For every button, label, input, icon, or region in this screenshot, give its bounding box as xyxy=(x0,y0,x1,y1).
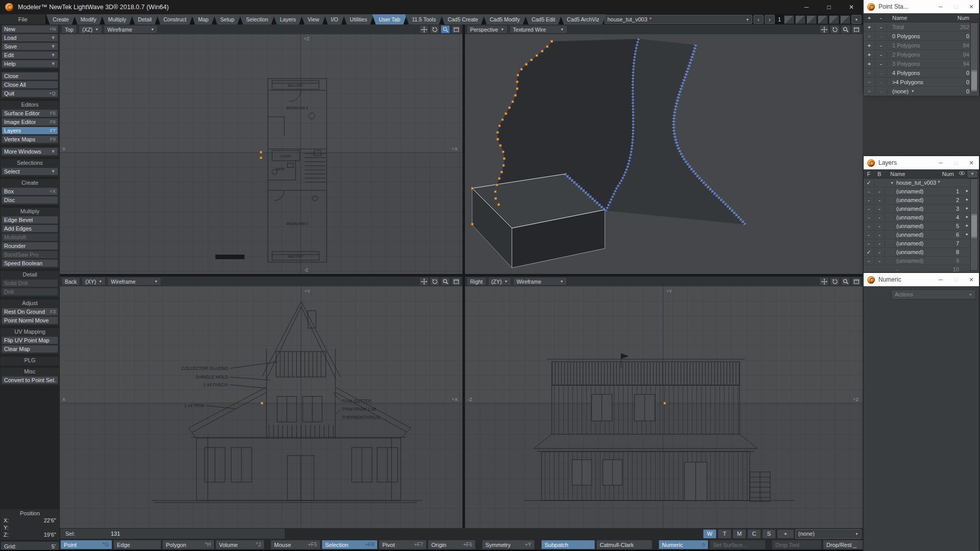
mode-m-button[interactable]: M xyxy=(732,529,746,539)
layer-row[interactable]: --(unnamed)7 xyxy=(864,239,979,248)
layer-list-dropdown[interactable]: ▼ xyxy=(851,15,862,24)
close-icon[interactable]: ✕ xyxy=(964,277,979,283)
tab-io[interactable]: I/O xyxy=(324,14,345,24)
minimize-icon[interactable]: ─ xyxy=(933,4,948,10)
catmull-clark-button[interactable]: Catmull-Clark xyxy=(596,540,652,549)
close-icon[interactable]: ✕ xyxy=(964,160,979,166)
zoom-icon[interactable] xyxy=(841,25,850,34)
tab-cad5-create[interactable]: Cad5 Create xyxy=(441,14,485,24)
tab-cad5-edit[interactable]: Cad5 Edit xyxy=(525,14,561,24)
rotate-icon[interactable] xyxy=(830,277,840,286)
stat-row-1-polygons[interactable]: +-1 Polygons84 xyxy=(864,41,979,50)
layer-row[interactable]: --(unnamed)5• xyxy=(864,222,979,231)
prev-layer-button[interactable]: ‹ xyxy=(753,15,764,24)
minimize-icon[interactable]: ─ xyxy=(933,277,948,283)
maximize-icon[interactable]: □ xyxy=(948,277,964,283)
point-mode-button[interactable]: Point^G xyxy=(60,540,112,549)
rotate-icon[interactable] xyxy=(430,277,439,286)
tab-115-tools[interactable]: 11.5 Tools xyxy=(405,14,443,24)
view-type-dropdown[interactable]: Perspective▼ xyxy=(467,25,508,34)
selection-button[interactable]: Selection+F8 xyxy=(322,540,378,549)
axis-dropdown[interactable]: (ZY)▼ xyxy=(488,277,511,286)
sidebar-item-load[interactable]: Load▼ xyxy=(2,34,58,42)
mouse-button[interactable]: Mouse+F5 xyxy=(271,540,321,549)
stat-row-4-polygons[interactable]: +-4 Polygons0 xyxy=(864,68,979,78)
layer-slot[interactable] xyxy=(806,15,817,24)
axis-dropdown[interactable]: (XY)▼ xyxy=(82,277,106,286)
sidebar-item-add-edges[interactable]: Add Edges xyxy=(2,224,58,233)
view-type-button[interactable]: Back xyxy=(61,277,80,286)
mode-t-button[interactable]: T xyxy=(718,529,731,539)
minimize-icon[interactable]: ─ xyxy=(933,160,948,166)
pan-icon[interactable] xyxy=(819,277,829,286)
sidebar-item-box[interactable]: Box+X xyxy=(2,187,58,195)
zoom-icon[interactable] xyxy=(440,25,450,34)
tab-detail[interactable]: Detail xyxy=(131,14,158,24)
tab-view[interactable]: View xyxy=(301,14,326,24)
layer-row[interactable]: --(unnamed)2• xyxy=(864,196,979,205)
volume-mode-button[interactable]: Volume^J xyxy=(215,540,264,549)
scrollbar-thumb[interactable] xyxy=(971,214,977,238)
pivot-button[interactable]: Pivot+F7 xyxy=(379,540,427,549)
viewport-top-canvas[interactable]: BALCONY BEDROOM 3 CLOSET BATH BEDROOM 4 … xyxy=(60,34,462,274)
viewport-perspective-canvas[interactable] xyxy=(465,34,863,274)
sidebar-item-surface-editor[interactable]: Surface EditorF5 xyxy=(2,109,58,117)
tab-setup[interactable]: Setup xyxy=(214,14,241,24)
stat-row-total[interactable]: +-Total262 xyxy=(864,22,979,32)
polygon-mode-button[interactable]: Polygon^H xyxy=(162,540,214,549)
rotate-icon[interactable] xyxy=(830,25,840,34)
maximize-viewport-icon[interactable] xyxy=(851,25,861,34)
maximize-viewport-icon[interactable] xyxy=(451,25,461,34)
sidebar-item-flip-uv-point-map[interactable]: Flip UV Point Map xyxy=(2,336,58,344)
sidebar-item-clear-map[interactable]: Clear Map xyxy=(2,345,58,353)
scrollbar[interactable] xyxy=(970,22,978,91)
point-statistics-titlebar[interactable]: Point Sta... ─ □ ✕ xyxy=(864,0,979,13)
tab-utilities[interactable]: Utilities xyxy=(343,14,374,24)
tab-map[interactable]: Map xyxy=(191,14,215,24)
layer-slot[interactable] xyxy=(784,15,794,24)
stat-row-none[interactable]: +-(none)▼0 xyxy=(864,87,979,96)
edge-mode-button[interactable]: Edge xyxy=(113,540,161,549)
stat-row-2-polygons[interactable]: +-2 Polygons84 xyxy=(864,50,979,59)
stat-row-3-polygons[interactable]: +-3 Polygons94 xyxy=(864,59,979,68)
mode-plus-button[interactable]: + xyxy=(777,529,794,539)
sidebar-item-more-windows[interactable]: More Windows▼ xyxy=(2,147,58,156)
tab-cad5-modify[interactable]: Cad5 Modify xyxy=(483,14,526,24)
layer-row[interactable]: --(unnamed)1• xyxy=(864,187,979,196)
zoom-icon[interactable] xyxy=(440,277,450,286)
maximize-viewport-icon[interactable] xyxy=(851,277,861,286)
scrollbar-thumb[interactable] xyxy=(971,70,977,91)
sidebar-item-point-norml-move[interactable]: Point Norml Move xyxy=(2,316,58,324)
sidebar-item-close[interactable]: Close xyxy=(2,72,58,80)
sidebar-item-edit[interactable]: Edit▼ xyxy=(2,51,58,59)
zoom-icon[interactable] xyxy=(841,277,850,286)
vmap-dropdown[interactable]: (none)▼ xyxy=(795,529,862,539)
numeric-titlebar[interactable]: Numeric ─ □ ✕ xyxy=(864,273,979,286)
render-mode-dropdown[interactable]: Textured Wire▼ xyxy=(509,25,568,34)
origin-button[interactable]: Origin+F6 xyxy=(428,540,476,549)
tab-selection[interactable]: Selection xyxy=(239,14,275,24)
layer-row-active[interactable]: ✓-(unnamed)8 xyxy=(864,248,979,257)
sidebar-item-vertex-maps[interactable]: Vertex MapsF8 xyxy=(2,135,58,143)
layer-slot[interactable] xyxy=(829,15,839,24)
tab-cad5-archviz[interactable]: Cad5 ArchViz xyxy=(560,14,606,24)
render-mode-dropdown[interactable]: Wireframe▼ xyxy=(107,277,161,286)
sidebar-item-rounder[interactable]: Rounder xyxy=(2,242,58,250)
layer-slot[interactable] xyxy=(840,15,850,24)
sidebar-item-edge-bevel[interactable]: Edge Bevel xyxy=(2,216,58,224)
sidebar-item-disc[interactable]: Disc xyxy=(2,196,58,204)
stat-row-0-polygons[interactable]: +-0 Polygons0 xyxy=(864,32,979,41)
mode-s-button[interactable]: S xyxy=(762,529,776,539)
layer-row[interactable]: --(unnamed)4• xyxy=(864,213,979,222)
sidebar-item-speed-boolean[interactable]: Speed Boolean xyxy=(2,259,58,267)
layers-options-dropdown[interactable]: ▼ xyxy=(967,170,978,178)
symmetry-button[interactable]: Symmetry+Y xyxy=(482,540,535,549)
tab-layers[interactable]: Layers xyxy=(273,14,303,24)
sidebar-item-convert-to-point-sel[interactable]: Convert to Point Sel... xyxy=(2,376,58,384)
subpatch-button[interactable]: Subpatch xyxy=(541,540,595,549)
tab-multiply[interactable]: Multiply xyxy=(102,14,133,24)
sidebar-item-rest-on-ground[interactable]: Rest On GroundF3 xyxy=(2,308,58,316)
tab-construct[interactable]: Construct xyxy=(157,14,193,24)
stat-row-gt4-polygons[interactable]: +->4 Polygons0 xyxy=(864,78,979,87)
close-icon[interactable]: ✕ xyxy=(964,4,979,10)
